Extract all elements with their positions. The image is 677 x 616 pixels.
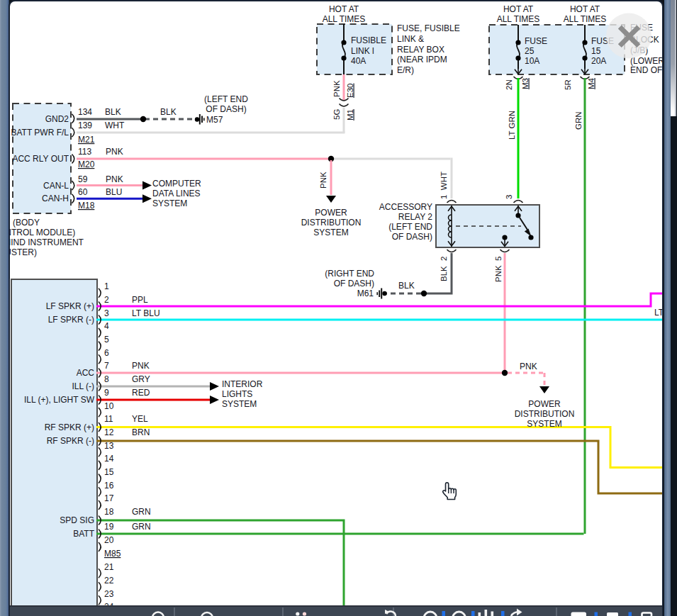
svg-text:LF SPKR (-): LF SPKR (-) xyxy=(48,315,94,325)
svg-text:LINK l: LINK l xyxy=(351,46,374,56)
svg-text:2N: 2N xyxy=(505,79,513,90)
svg-text:11: 11 xyxy=(104,414,113,424)
svg-text:RF SPKR (+): RF SPKR (+) xyxy=(45,422,94,432)
svg-text:BLK: BLK xyxy=(398,281,415,291)
svg-text:12: 12 xyxy=(104,427,114,437)
svg-text:20: 20 xyxy=(104,535,114,545)
svg-text:ALL TIMES: ALL TIMES xyxy=(323,14,366,24)
svg-text:(LEFT END: (LEFT END xyxy=(388,222,432,232)
svg-text:RF SPKR (-): RF SPKR (-) xyxy=(47,436,94,446)
svg-text:PNK: PNK xyxy=(106,147,123,157)
svg-text:1: 1 xyxy=(104,281,109,291)
svg-text:5G: 5G xyxy=(332,109,341,120)
svg-text:21: 21 xyxy=(104,562,114,572)
svg-text:5: 5 xyxy=(104,335,109,345)
svg-text:FUSIBLE: FUSIBLE xyxy=(351,35,386,45)
svg-text:YEL: YEL xyxy=(132,414,148,424)
svg-text:ALL TIMES: ALL TIMES xyxy=(497,14,540,24)
svg-text:BLK: BLK xyxy=(160,107,177,117)
svg-text:LT GRN: LT GRN xyxy=(508,111,516,140)
svg-text:GRN: GRN xyxy=(574,111,583,130)
svg-text:139: 139 xyxy=(78,121,92,130)
svg-text:CAN-H: CAN-H xyxy=(42,194,69,203)
svg-text:5R: 5R xyxy=(564,79,572,90)
svg-text:GRY: GRY xyxy=(132,374,150,384)
svg-text:HOT AT: HOT AT xyxy=(503,4,534,14)
svg-text:10: 10 xyxy=(104,401,114,411)
svg-text:LT BLU: LT BLU xyxy=(654,308,664,318)
svg-text:60: 60 xyxy=(78,187,88,197)
svg-text:14: 14 xyxy=(104,454,114,464)
svg-text:9: 9 xyxy=(104,388,109,398)
svg-text:POWER: POWER xyxy=(315,208,347,218)
svg-text:ALL TIMES: ALL TIMES xyxy=(564,14,607,24)
svg-text:4: 4 xyxy=(104,321,109,331)
svg-text:23: 23 xyxy=(104,589,114,599)
svg-text:1 WHT: 1 WHT xyxy=(440,172,448,199)
svg-text:20A: 20A xyxy=(591,56,606,66)
svg-text:M57: M57 xyxy=(206,115,223,125)
svg-text:M3: M3 xyxy=(521,78,530,89)
svg-text:59: 59 xyxy=(78,174,88,184)
svg-text:10A: 10A xyxy=(525,56,539,66)
svg-text:M20: M20 xyxy=(78,159,95,169)
svg-text:OF DASH): OF DASH) xyxy=(392,232,432,242)
svg-text:BATT PWR F/L: BATT PWR F/L xyxy=(11,128,69,138)
svg-text:OF DASH): OF DASH) xyxy=(206,104,246,114)
svg-text:E/R): E/R) xyxy=(397,65,414,75)
svg-text:22: 22 xyxy=(104,576,114,586)
svg-text:E30: E30 xyxy=(346,84,354,98)
svg-text:134: 134 xyxy=(78,107,92,117)
svg-text:DATA LINES: DATA LINES xyxy=(152,189,201,198)
svg-text:PNK: PNK xyxy=(106,174,123,184)
svg-text:113: 113 xyxy=(78,147,91,157)
svg-text:(NEAR IPDM: (NEAR IPDM xyxy=(397,55,447,65)
svg-text:SPD SIG: SPD SIG xyxy=(60,515,94,525)
svg-text:(LEFT END: (LEFT END xyxy=(204,94,248,104)
svg-text:2: 2 xyxy=(440,257,448,261)
svg-text:SYSTEM: SYSTEM xyxy=(152,198,187,208)
svg-text:POWER: POWER xyxy=(528,399,561,409)
svg-text:(RIGHT END: (RIGHT END xyxy=(325,269,374,279)
svg-text:8: 8 xyxy=(104,374,109,384)
svg-text:13: 13 xyxy=(104,441,114,451)
svg-text:DISTRIBUTION: DISTRIBUTION xyxy=(301,218,362,228)
svg-text:BLK: BLK xyxy=(105,107,121,117)
svg-text:PNK: PNK xyxy=(332,80,341,97)
svg-text:M61: M61 xyxy=(357,289,374,298)
svg-text:CONTROL MODULE): CONTROL MODULE) xyxy=(10,228,75,237)
svg-text:2: 2 xyxy=(104,295,109,305)
svg-text:RELAY 2: RELAY 2 xyxy=(398,212,433,222)
svg-text:M18: M18 xyxy=(78,201,95,211)
svg-text:HOT AT: HOT AT xyxy=(570,4,600,14)
svg-text:SYSTEM: SYSTEM xyxy=(313,228,348,237)
svg-text:END OF DASH): END OF DASH) xyxy=(630,65,664,75)
svg-text:ILL (-): ILL (-) xyxy=(72,381,94,391)
svg-text:16: 16 xyxy=(104,481,114,491)
svg-text:RELAY BOX: RELAY BOX xyxy=(397,45,444,55)
svg-text:15: 15 xyxy=(591,46,601,56)
svg-text:GND2: GND2 xyxy=(45,114,69,124)
svg-text:LT BLU: LT BLU xyxy=(132,308,160,318)
svg-text:M1: M1 xyxy=(346,109,354,121)
svg-text:40A: 40A xyxy=(351,56,366,66)
svg-text:M4: M4 xyxy=(587,77,595,89)
svg-text:SYSTEM: SYSTEM xyxy=(527,419,561,429)
svg-text:OF DASH): OF DASH) xyxy=(334,279,374,289)
svg-text:(BODY: (BODY xyxy=(13,218,40,228)
svg-text:15: 15 xyxy=(104,467,114,477)
svg-text:ACC: ACC xyxy=(77,368,95,378)
svg-text:PNK: PNK xyxy=(520,362,537,371)
svg-text:PNK: PNK xyxy=(494,265,503,282)
svg-text:FUSE: FUSE xyxy=(525,36,547,46)
svg-text:BRN: BRN xyxy=(132,427,150,437)
svg-text:3: 3 xyxy=(104,308,109,318)
svg-text:PNK: PNK xyxy=(319,172,328,189)
svg-text:LF SPKR (+): LF SPKR (+) xyxy=(46,301,94,311)
svg-text:19: 19 xyxy=(104,522,114,532)
svg-text:18: 18 xyxy=(104,507,114,517)
svg-text:(BEHIND INSTRUMENT: (BEHIND INSTRUMENT xyxy=(10,237,84,247)
svg-text:PPL: PPL xyxy=(132,295,148,305)
svg-text:17: 17 xyxy=(104,493,114,503)
svg-text:FUSE, FUSIBLE: FUSE, FUSIBLE xyxy=(397,23,460,33)
